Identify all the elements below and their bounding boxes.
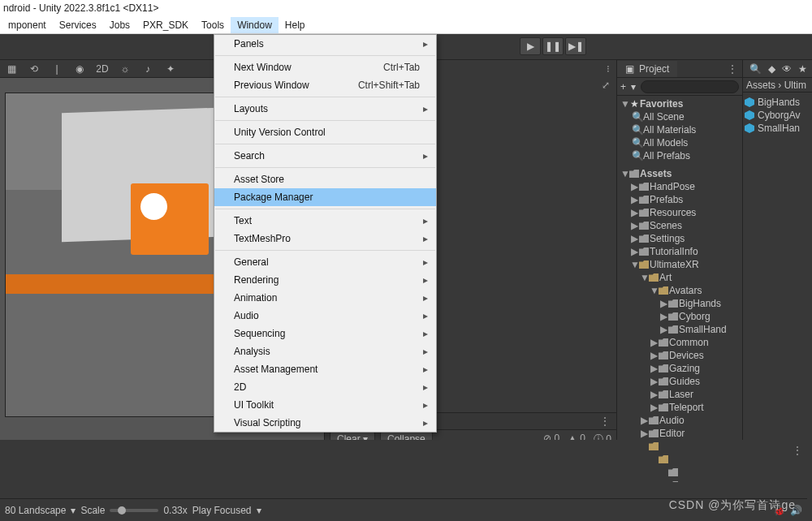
tree-item-cyborg[interactable]: ▶Cyborg — [617, 310, 742, 323]
expand-icon[interactable]: ▶ — [630, 233, 638, 244]
project-menu-icon[interactable]: ⋮ — [723, 63, 742, 75]
aspect-dropdown[interactable]: 80 Landscape — [5, 505, 66, 516]
console-menu-icon[interactable]: ⋮ — [600, 416, 616, 427]
star-icon[interactable]: ★ — [798, 63, 807, 75]
tree-item-editor[interactable]: ▶Editor — [617, 427, 742, 440]
scale-slider[interactable] — [110, 509, 158, 512]
expand-icon[interactable]: ▶ — [650, 363, 658, 374]
tree-item-gazing[interactable]: ▶Gazing — [617, 362, 742, 375]
expand-icon[interactable]: ▶ — [650, 402, 658, 413]
tree-item-common[interactable]: ▶Common — [617, 336, 742, 349]
tree-item-devices[interactable]: ▶Devices — [617, 349, 742, 362]
audio-icon[interactable]: ♪ — [140, 62, 156, 76]
menu-window[interactable]: Window — [231, 17, 279, 33]
assets-list[interactable]: BigHands CyborgAv SmallHan — [743, 93, 812, 138]
menu-item-unity-version-control[interactable]: Unity Version Control — [214, 123, 436, 141]
tree-item-resources[interactable]: ▶Resources — [617, 206, 742, 219]
tree-item-laser[interactable]: ▶Laser — [617, 388, 742, 401]
tree-item-guides[interactable]: ▶Guides — [617, 375, 742, 388]
menu-item-animation[interactable]: Animation▸ — [214, 289, 436, 307]
play-focused-dropdown[interactable]: Play Focused — [192, 505, 252, 516]
menu-component[interactable]: mponent — [2, 17, 53, 33]
grid-icon[interactable]: ▦ — [3, 62, 19, 76]
expand-icon[interactable]: ▶ — [640, 415, 648, 426]
menu-item-next-window[interactable]: Next WindowCtrl+Tab — [214, 58, 436, 76]
assets-root[interactable]: ▼ Assets — [617, 167, 742, 180]
menu-item-textmeshpro[interactable]: TextMeshPro▸ — [214, 230, 436, 248]
tree-item-settings[interactable]: ▶Settings — [617, 232, 742, 245]
pivot-icon[interactable]: ◉ — [71, 62, 88, 76]
asset-item[interactable]: BigHands — [745, 96, 810, 109]
expand-icon[interactable]: ▶ — [640, 428, 648, 439]
expand-icon[interactable]: ▶ — [630, 246, 638, 257]
orientation-icon[interactable]: ⟲ — [26, 62, 42, 76]
tree-item-scenes[interactable]: ▶Scenes — [617, 219, 742, 232]
expand-icon[interactable]: ▶ — [650, 337, 658, 348]
expand-icon[interactable]: ▶ — [650, 389, 658, 400]
expand-icon[interactable]: ▶ — [659, 298, 667, 309]
expand-icon[interactable]: ▶ — [630, 220, 638, 231]
expand-icon[interactable]: ▶ — [630, 181, 638, 192]
project-tree[interactable]: ▼★ Favorites 🔍All Scene 🔍All Materials 🔍… — [617, 96, 742, 482]
favorite-item[interactable]: 🔍All Models — [617, 136, 742, 149]
expand-icon[interactable]: ▶ — [650, 376, 658, 387]
tree-item-audio[interactable]: ▶Audio — [617, 414, 742, 427]
expand-icon[interactable]: ▶ — [630, 194, 638, 205]
favorites-header[interactable]: ▼★ Favorites — [617, 97, 742, 110]
add-button[interactable]: + — [620, 81, 626, 93]
menu-pxrsdk[interactable]: PXR_SDK — [136, 17, 195, 33]
tree-item-smallhand[interactable]: ▶SmallHand — [617, 323, 742, 336]
light-icon[interactable]: ☼ — [117, 62, 133, 76]
menu-jobs[interactable]: Jobs — [103, 17, 136, 33]
menu-item-layouts[interactable]: Layouts▸ — [214, 100, 436, 118]
pause-button[interactable]: ❚❚ — [542, 37, 564, 55]
menu-item-asset-management[interactable]: Asset Management▸ — [214, 360, 436, 378]
expand-icon[interactable]: ▶ — [650, 350, 658, 361]
menu-bar[interactable]: mponent Services Jobs PXR_SDK Tools Wind… — [0, 16, 812, 34]
favorite-item[interactable]: 🔍All Scene — [617, 110, 742, 123]
asset-item[interactable]: SmallHan — [745, 122, 810, 135]
tree-item-tutorialinfo[interactable]: ▶TutorialInfo — [617, 245, 742, 258]
menu-item-sequencing[interactable]: Sequencing▸ — [214, 325, 436, 342]
menu-tools[interactable]: Tools — [195, 17, 231, 33]
assets-breadcrumb[interactable]: Assets › Ultim — [743, 78, 812, 93]
tree-item-avatars[interactable]: ▼Avatars — [617, 284, 742, 297]
asset-item[interactable]: CyborgAv — [745, 109, 810, 122]
tree-item-ultimatexr[interactable]: ▼UltimateXR — [617, 258, 742, 271]
menu-item-previous-window[interactable]: Previous WindowCtrl+Shift+Tab — [214, 76, 436, 94]
search-icon[interactable]: 🔍 — [749, 63, 762, 75]
tree-item-handpose[interactable]: ▶HandPose — [617, 180, 742, 193]
eye-icon[interactable]: 👁 — [782, 63, 792, 75]
tree-item-bighands[interactable]: ▶BigHands — [617, 297, 742, 310]
expand-icon[interactable]: ▶ — [659, 324, 667, 335]
expand-icon[interactable]: ▶ — [630, 207, 638, 218]
menu-item-visual-scripting[interactable]: Visual Scripting▸ — [214, 414, 436, 432]
menu-item-general[interactable]: General▸ — [214, 253, 436, 271]
play-button[interactable]: ▶ — [520, 37, 541, 55]
favorite-item[interactable]: 🔍All Materials — [617, 123, 742, 136]
menu-item-asset-store[interactable]: Asset Store — [214, 170, 436, 188]
menu-item-search[interactable]: Search▸ — [214, 147, 436, 165]
menu-item-2d[interactable]: 2D▸ — [214, 378, 436, 396]
menu-item-panels[interactable]: Panels▸ — [214, 35, 436, 53]
menu-item-ui-toolkit[interactable]: UI Toolkit▸ — [214, 396, 436, 414]
overlay-more-icon[interactable]: ⋮ — [793, 445, 802, 456]
expand-icon[interactable]: ▼ — [650, 285, 658, 296]
step-button[interactable]: ▶❚ — [565, 37, 586, 55]
tree-item-art[interactable]: ▼Art — [617, 271, 742, 284]
menu-item-audio[interactable]: Audio▸ — [214, 307, 436, 325]
expand-icon[interactable]: ▶ — [659, 311, 667, 322]
tree-item-prefabs[interactable]: ▶Prefabs — [617, 193, 742, 206]
tree-item-teleport[interactable]: ▶Teleport — [617, 401, 742, 414]
mode-2d[interactable]: 2D — [94, 62, 110, 76]
menu-services[interactable]: Services — [53, 17, 103, 33]
expand-icon[interactable]: ▼ — [640, 272, 648, 283]
tag-icon[interactable]: ◆ — [768, 63, 775, 75]
favorite-item[interactable]: 🔍All Prefabs — [617, 149, 742, 162]
project-tab[interactable]: ▣ Project — [617, 61, 677, 77]
menu-item-rendering[interactable]: Rendering▸ — [214, 271, 436, 289]
fx-icon[interactable]: ✦ — [162, 62, 179, 76]
menu-help[interactable]: Help — [279, 17, 312, 33]
project-search-input[interactable] — [641, 80, 739, 93]
menu-item-package-manager[interactable]: Package Manager — [214, 188, 436, 206]
